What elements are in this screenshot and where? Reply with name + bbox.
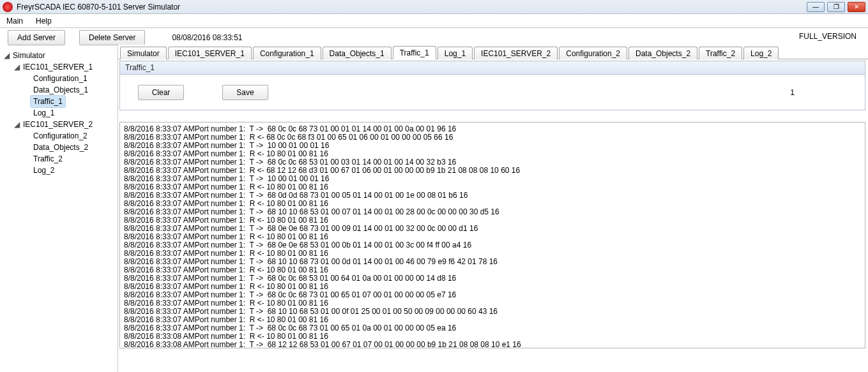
version-label: FULL_VERSION	[799, 32, 857, 41]
tree-traffic-1[interactable]: Traffic_1	[31, 96, 65, 107]
tab-traffic-1[interactable]: Traffic_1	[393, 46, 436, 59]
title-bar: FreyrSCADA IEC 60870-5-101 Server Simula…	[0, 0, 868, 14]
tab-log-2[interactable]: Log_2	[743, 47, 779, 59]
timestamp-label: 08/08/2016 08:33:51	[172, 33, 242, 42]
save-button[interactable]: Save	[222, 85, 268, 100]
tree-root[interactable]: Simulator	[10, 50, 48, 61]
tab-config-1[interactable]: Configuration_1	[253, 47, 321, 59]
tree-log-1[interactable]: Log_1	[31, 107, 57, 119]
device-tree[interactable]: ◢Simulator ◢IEC101_SERVER_1 Configuratio…	[0, 45, 118, 372]
tab-log-1[interactable]: Log_1	[438, 47, 473, 59]
menu-main[interactable]: Main	[0, 14, 29, 27]
tab-dataobjects-1[interactable]: Data_Objects_1	[323, 47, 392, 59]
tab-server-1[interactable]: IEC101_SERVER_1	[168, 47, 252, 59]
tab-traffic-2[interactable]: Traffic_2	[699, 47, 742, 59]
tree-server-1[interactable]: IEC101_SERVER_1	[20, 61, 95, 73]
tree-server-2[interactable]: IEC101_SERVER_2	[20, 119, 95, 130]
app-icon	[3, 2, 13, 12]
tab-server-2[interactable]: IEC101_SERVER_2	[474, 47, 558, 59]
maximize-button[interactable]: ❐	[827, 2, 845, 12]
menu-bar: Main Help	[0, 14, 868, 28]
tree-config-1[interactable]: Configuration_1	[31, 73, 90, 84]
panel-title: Traffic_1	[119, 61, 865, 75]
tree-log-2[interactable]: Log_2	[31, 165, 57, 176]
delete-server-button[interactable]: Delete Server	[79, 30, 145, 45]
minimize-button[interactable]: —	[807, 2, 825, 12]
tab-dataobjects-2[interactable]: Data_Objects_2	[628, 47, 697, 59]
tree-dataobjects-2[interactable]: Data_Objects_2	[31, 142, 91, 153]
menu-help[interactable]: Help	[29, 14, 58, 27]
add-server-button[interactable]: Add Server	[8, 30, 65, 45]
close-button[interactable]: ✕	[848, 2, 865, 12]
clear-button[interactable]: Clear	[138, 85, 184, 100]
traffic-log[interactable]: 8/8/2016 8:33:07 AMPort number 1: T -> 6…	[119, 122, 865, 348]
tree-dataobjects-1[interactable]: Data_Objects_1	[31, 84, 91, 96]
tree-traffic-2[interactable]: Traffic_2	[31, 153, 65, 165]
window-title: FreyrSCADA IEC 60870-5-101 Server Simula…	[17, 3, 807, 11]
toolbar: Add Server Delete Server 08/08/2016 08:3…	[0, 28, 868, 45]
count-label: 1	[790, 88, 795, 97]
tab-config-2[interactable]: Configuration_2	[559, 47, 627, 59]
panel-toolbar: Clear Save 1	[119, 75, 865, 110]
tree-config-2[interactable]: Configuration_2	[31, 130, 90, 142]
tab-simulator[interactable]: Simulator	[120, 47, 167, 59]
tab-strip: Simulator IEC101_SERVER_1 Configuration_…	[118, 45, 868, 59]
